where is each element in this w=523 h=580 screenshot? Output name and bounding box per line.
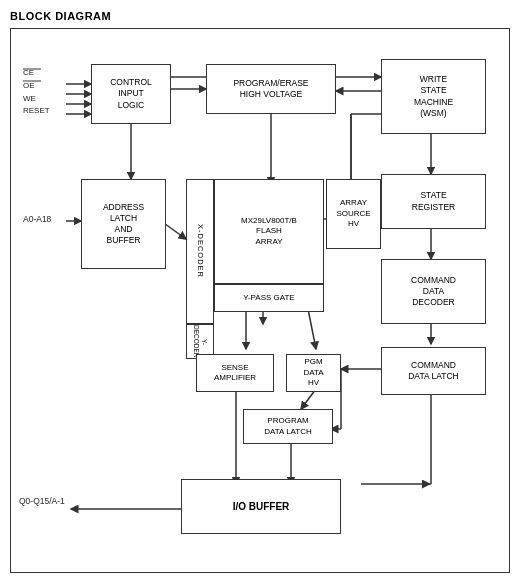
diagram-title: BLOCK DIAGRAM	[10, 10, 513, 22]
pgm-data-hv-block: PGMDATAHV	[286, 354, 341, 392]
a0-a18-label: A0-A18	[23, 214, 51, 224]
state-register-block: STATEREGISTER	[381, 174, 486, 229]
y-pass-gate-block: Y-PASS GATE	[214, 284, 324, 312]
q0-q15-label: Q0-Q15/A-1	[19, 496, 65, 506]
write-state-machine-block: WRITESTATEMACHINE(WSM)	[381, 59, 486, 134]
diagram-area: CONTROLINPUTLOGIC PROGRAM/ERASEHIGH VOLT…	[10, 28, 510, 573]
outer-container: BLOCK DIAGRAM	[0, 0, 523, 580]
svg-line-22	[301, 389, 316, 409]
array-source-hv-block: ARRAYSOURCEHV	[326, 179, 381, 249]
io-buffer-block: I/O BUFFER	[181, 479, 341, 534]
command-data-latch-block: COMMANDDATA LATCH	[381, 347, 486, 395]
ce-label: CEOEWERESET	[23, 67, 50, 118]
flash-array-block: MX29LV800T/BFLASHARRAY	[214, 179, 324, 284]
program-data-latch-block: PROGRAMDATA LATCH	[243, 409, 333, 444]
sense-amplifier-block: SENSEAMPLIFIER	[196, 354, 274, 392]
control-input-logic-block: CONTROLINPUTLOGIC	[91, 64, 171, 124]
x-decoder-block: X-DECODER	[186, 179, 214, 324]
program-erase-hv-block: PROGRAM/ERASEHIGH VOLTAGE	[206, 64, 336, 114]
address-latch-buffer-block: ADDRESSLATCHANDBUFFER	[81, 179, 166, 269]
command-data-decoder-block: COMMANDDATADECODER	[381, 259, 486, 324]
